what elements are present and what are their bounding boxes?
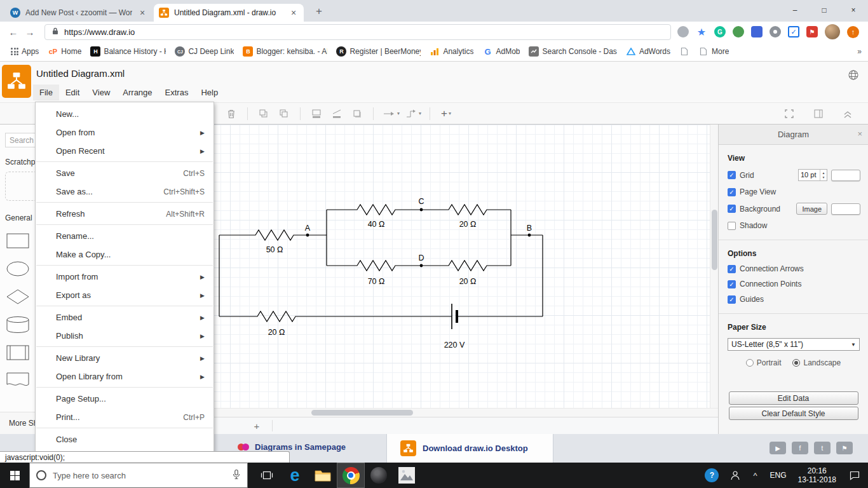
menu-item-open-recent[interactable]: Open Recent▶ (36, 142, 214, 160)
bookmark-admob[interactable]: G AdMob (478, 44, 524, 59)
fullscreen-icon[interactable] (782, 105, 797, 122)
spin-down-icon[interactable]: ▼ (822, 175, 825, 180)
bookmark-cj-deep-link[interactable]: CJ CJ Deep Link (170, 44, 238, 59)
connection-points-checkbox[interactable] (728, 280, 736, 288)
waypoint-style-button[interactable]: ▾ (405, 105, 421, 122)
menu-item-export-as[interactable]: Export as▶ (36, 286, 214, 304)
shape-diamond[interactable] (3, 287, 32, 306)
forward-button[interactable]: → (22, 27, 38, 37)
bookmarks-overflow-button[interactable]: » (857, 47, 862, 56)
menu-item-make-a-copy[interactable]: Make a Copy... (36, 245, 214, 264)
tray-help-icon[interactable]: ? (700, 463, 724, 488)
file-explorer-icon[interactable] (309, 463, 337, 488)
menu-item-refresh[interactable]: RefreshAlt+Shift+R (36, 205, 214, 223)
insert-button[interactable]: +▾ (438, 105, 454, 122)
extension-icon-3[interactable] (751, 26, 763, 37)
menu-item-save-as[interactable]: Save as...Ctrl+Shift+S (36, 182, 214, 201)
menu-item-open-from[interactable]: Open from▶ (36, 123, 214, 142)
samepage-banner-link[interactable]: Diagrams in Samepage (238, 442, 346, 452)
tab-close-icon[interactable]: × (288, 8, 299, 18)
guides-checkbox[interactable] (728, 295, 736, 304)
menu-item-import-from[interactable]: Import from▶ (36, 268, 214, 286)
circuit-diagram[interactable]: A B C D 50 Ω 40 Ω 20 Ω 70 Ω 20 Ω 20 Ω 22… (135, 125, 718, 408)
bookmark-untitled[interactable] (675, 44, 694, 59)
browser-tab-wordpress[interactable]: W Add New Post ‹ zzoomit — Word × (5, 4, 153, 22)
format-panel-toggle-icon[interactable] (811, 105, 826, 122)
menu-item-open-library-from[interactable]: Open Library from▶ (36, 367, 214, 386)
shape-rectangle[interactable] (3, 231, 32, 250)
close-icon[interactable]: × (857, 129, 862, 139)
image-button[interactable]: Image (796, 203, 827, 215)
menu-item-embed[interactable]: Embed▶ (36, 308, 214, 327)
hidden-icons-chevron[interactable]: ^ (747, 463, 763, 488)
edit-data-button[interactable]: Edit Data (729, 391, 858, 405)
to-front-button[interactable] (256, 105, 271, 122)
background-checkbox[interactable] (728, 205, 736, 213)
start-button[interactable] (0, 463, 29, 488)
menu-item-page-setup[interactable]: Page Setup... (36, 390, 214, 408)
bookmark-balance-history[interactable]: H Balance History - Hub (86, 44, 170, 59)
taskbar-search[interactable] (29, 463, 248, 488)
menu-item-publish[interactable]: Publish▶ (36, 327, 214, 345)
shadow-checkbox[interactable] (728, 222, 736, 230)
tab-close-icon[interactable]: × (137, 8, 147, 18)
app-icon[interactable] (365, 463, 393, 488)
youtube-icon[interactable]: ▶ (770, 442, 786, 454)
twitter-icon[interactable]: t (814, 442, 831, 454)
shadow-button[interactable] (349, 105, 365, 122)
checker-extension-icon[interactable]: ✓ (788, 26, 799, 37)
bookmark-beermoney[interactable]: R Register | BeerMoney (332, 44, 425, 59)
taskbar-search-input[interactable] (53, 471, 226, 480)
bookmark-home[interactable]: cP Home (43, 44, 86, 59)
menu-help[interactable]: Help (194, 85, 224, 100)
delete-button[interactable] (224, 105, 239, 122)
flag-extension-icon[interactable]: ⚑ (806, 26, 818, 37)
grid-size-spinner[interactable]: ▲▼ (820, 170, 827, 180)
page-view-checkbox[interactable] (728, 188, 736, 196)
shape-process[interactable] (3, 343, 32, 362)
fill-color-button[interactable] (309, 105, 324, 122)
grid-color-swatch[interactable] (831, 170, 860, 181)
bookmark-search-console[interactable]: Search Console - Das (524, 44, 621, 59)
grid-checkbox[interactable] (728, 171, 736, 179)
action-center-icon[interactable] (841, 463, 868, 488)
connection-arrows-checkbox[interactable] (728, 265, 736, 273)
portrait-radio[interactable] (746, 359, 754, 367)
menu-edit[interactable]: Edit (59, 85, 86, 100)
window-maximize-button[interactable]: □ (810, 0, 839, 20)
taskbar-clock[interactable]: 20:16 13-11-2018 (793, 466, 842, 485)
browser-tab-drawio[interactable]: Untitled Diagram.xml - draw.io × (154, 4, 304, 22)
language-indicator[interactable]: ENG (763, 463, 792, 488)
extension-icon-1[interactable] (677, 26, 689, 37)
chrome-icon[interactable] (337, 463, 365, 488)
portrait-option[interactable]: Portrait (746, 358, 782, 367)
collapse-expand-icon[interactable] (840, 105, 855, 122)
desktop-download-link[interactable]: Download draw.io Desktop (400, 440, 528, 456)
menu-arrange[interactable]: Arrange (116, 85, 158, 100)
bookmark-adwords[interactable]: AdWords (621, 44, 675, 59)
edge-icon[interactable]: e (281, 463, 309, 488)
scrollbar-thumb[interactable] (311, 410, 413, 416)
address-bar[interactable]: https://www.draw.io (44, 24, 671, 40)
clear-default-style-button[interactable]: Clear Default Style (729, 407, 858, 420)
menu-item-new[interactable]: New... (36, 105, 214, 123)
window-minimize-button[interactable]: – (780, 0, 810, 20)
line-color-button[interactable] (329, 105, 344, 122)
landscape-option[interactable]: Landscape (792, 358, 841, 367)
add-page-button[interactable]: + (249, 419, 264, 433)
connection-style-button[interactable]: ▾ (382, 105, 400, 122)
menu-file[interactable]: File (33, 85, 59, 100)
menu-extras[interactable]: Extras (159, 85, 195, 100)
shape-ellipse[interactable] (3, 259, 32, 278)
apps-button[interactable]: Apps (6, 44, 43, 59)
format-panel-tab-diagram[interactable]: Diagram × (719, 125, 868, 145)
language-globe-icon[interactable] (848, 69, 859, 83)
menu-item-save[interactable]: SaveCtrl+S (36, 164, 214, 182)
menu-item-rename[interactable]: Rename... (36, 227, 214, 245)
scrollbar-thumb[interactable] (712, 210, 717, 270)
profile-avatar[interactable] (825, 24, 840, 39)
new-tab-button[interactable]: + (311, 5, 327, 18)
bookmark-more[interactable]: More (694, 44, 733, 59)
microphone-icon[interactable] (232, 469, 241, 482)
to-back-button[interactable] (276, 105, 292, 122)
